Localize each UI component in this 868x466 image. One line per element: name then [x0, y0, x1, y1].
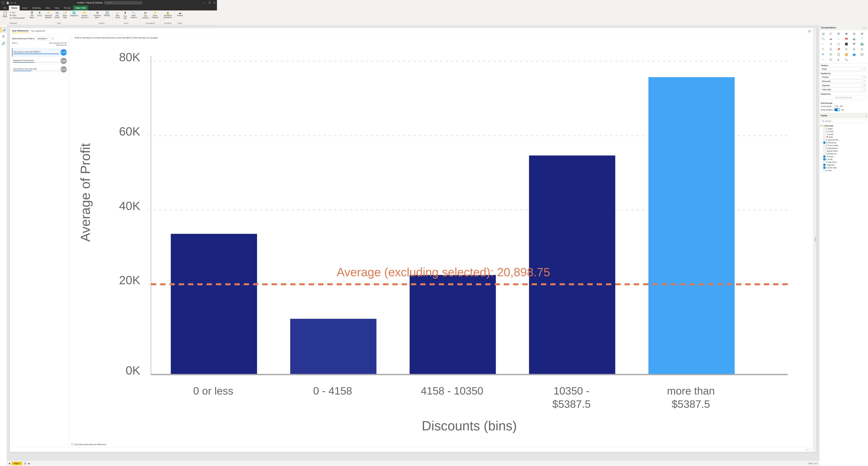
visual-card: Key influencers Top segments 💬 ⛶ What in… — [10, 28, 217, 117]
copy-icon: ⧉ — [10, 14, 11, 16]
paste-button[interactable]: 📋 Paste — [1, 11, 8, 18]
ribbon-section-share: ☁ Publish Share — [175, 11, 185, 24]
back-arrow-icon[interactable]: ← — [71, 37, 73, 40]
chart-panel: ← Profit is more likely to increase when… — [69, 35, 217, 117]
influencer-item-label-segment: Segment is Government — [13, 59, 59, 63]
cut-icon: ✂ — [10, 11, 11, 13]
close-button[interactable]: ✕ — [214, 1, 216, 4]
influencer-value-units: 20.71K — [61, 66, 67, 72]
dataverse-icon: 🌐 — [72, 11, 76, 14]
refresh-button[interactable]: 🔄 Refresh — [103, 11, 111, 17]
tab-data-drill[interactable]: Data / Drill — [73, 6, 88, 10]
title-search-input[interactable] — [104, 1, 143, 4]
nav-model[interactable]: 🔗 — [0, 40, 7, 47]
enter-data-icon: 📝 — [63, 11, 67, 14]
title-bar-center: Untitled - Power BI Desktop — [77, 1, 142, 4]
text-box-button[interactable]: T Textbox — [122, 11, 129, 20]
window-title: Untitled - Power BI Desktop — [77, 2, 102, 4]
format-painter-icon: 🖌 — [10, 17, 12, 19]
question-prefix: What influences Profit to — [12, 37, 35, 40]
tab-file[interactable]: File — [1, 6, 9, 10]
calculations-label: Calculations — [146, 22, 155, 24]
top-segments-tab[interactable]: Top segments — [31, 30, 45, 33]
svg-text:80K: 80K — [119, 51, 140, 64]
queries-label: Queries — [99, 22, 105, 24]
influencer-question: What influences Profit to Increase ▾ ? — [12, 37, 67, 40]
ribbon-tabs: File Home Insert Modeling View Help Form… — [0, 6, 217, 10]
quick-measure-icon: ⚡ — [153, 11, 157, 14]
more-visuals-button[interactable]: 📉 Morevisuals ▾ — [129, 11, 138, 19]
format-painter-button[interactable]: 🖌 Format painter — [9, 17, 26, 19]
tab-view[interactable]: View — [43, 6, 52, 10]
data-label: Data — [57, 22, 61, 24]
quick-access-redo[interactable]: ↪ — [14, 1, 16, 4]
data-content: 🗄 Getdata ▾ X Excel ⚡ Power BIdatasets 🗃… — [29, 11, 89, 22]
clipboard-label: Clipboard — [10, 22, 17, 24]
quick-access-save[interactable]: 💾 — [6, 1, 9, 4]
visual-header: Key influencers Top segments 💬 ⛶ — [10, 28, 217, 35]
avg-label: ...the average of Profit increases by — [42, 42, 67, 46]
share-content: ☁ Publish — [176, 11, 184, 22]
transform-data-button[interactable]: ⚙ Transformdata ▾ — [92, 11, 102, 19]
power-bi-datasets-button[interactable]: ⚡ Power BIdatasets — [44, 11, 53, 19]
tab-help[interactable]: Help — [52, 6, 62, 10]
ribbon-section-sensitivity: 🔒 Sensitivity(preview) ▾ Sensitivity — [161, 11, 175, 24]
influence-dropdown[interactable]: Increase ▾ — [36, 37, 51, 40]
more-visuals-icon: 📉 — [132, 11, 135, 14]
recent-sources-button[interactable]: 📁 Recentsources ▾ — [80, 11, 89, 19]
minimize-button[interactable]: — — [203, 1, 206, 4]
key-influencers-tab[interactable]: Key influencers — [12, 29, 29, 33]
copy-button[interactable]: ⧉ Copy — [9, 14, 26, 17]
sensitivity-button[interactable]: 🔒 Sensitivity(preview) ▾ — [162, 11, 173, 19]
nav-data[interactable]: ☰ — [0, 33, 7, 40]
clipboard-content: 📋 Paste ✂ Cut ⧉ Copy 🖌 Format painter — [1, 11, 26, 22]
influencer-headers: When... ...the average of Profit increas… — [12, 42, 67, 47]
nav-report[interactable]: 📊 — [0, 26, 7, 33]
enter-data-button[interactable]: 📝 Enterdata — [62, 11, 68, 19]
chart-description: Profit is more likely to increase when D… — [75, 37, 217, 39]
tab-format[interactable]: Format — [62, 6, 73, 10]
title-bar: ⬛ 💾 ↩ ↪ Untitled - Power BI Desktop — ❐ … — [0, 0, 217, 6]
maximize-button[interactable]: ❐ — [209, 1, 211, 4]
tab-modeling[interactable]: Modeling — [30, 6, 43, 10]
visual-body: What influences Profit to Increase ▾ ? W… — [10, 35, 217, 117]
influencer-item-discounts[interactable]: Discounts is more than $5387.5 51.47K — [12, 48, 67, 57]
transform-icon: ⚙ — [96, 11, 99, 14]
tab-insert[interactable]: Insert — [20, 6, 30, 10]
new-measure-button[interactable]: fx Newmeasure — [141, 11, 150, 19]
excel-button[interactable]: X Excel — [36, 11, 43, 17]
new-visual-button[interactable]: 📈 Newvisual — [114, 11, 121, 19]
quick-access-undo[interactable]: ↩ — [10, 1, 13, 4]
publish-icon: ☁ — [179, 11, 181, 14]
sensitivity-icon: 🔒 — [166, 11, 169, 14]
dataverse-button[interactable]: 🌐 Dataverse — [69, 11, 79, 17]
sensitivity-content: 🔒 Sensitivity(preview) ▾ — [162, 11, 173, 22]
publish-button[interactable]: ☁ Publish — [176, 11, 184, 17]
when-label: When... — [12, 42, 19, 46]
question-mark: ? — [52, 37, 53, 40]
share-label: Share — [178, 22, 182, 24]
quick-measure-button[interactable]: ⚡ Quickmeasure — [151, 11, 159, 19]
influencer-value-segment: 24.2K — [61, 58, 67, 64]
text-box-icon: T — [124, 11, 126, 15]
new-measure-icon: fx — [144, 11, 147, 14]
sql-icon: 🗃 — [56, 11, 59, 14]
calculations-content: fx Newmeasure ⚡ Quickmeasure — [141, 11, 160, 22]
influencers-panel: What influences Profit to Increase ▾ ? W… — [10, 35, 69, 117]
insert-label: Insert — [124, 22, 128, 24]
influencer-item-label: Discounts is more than $5387.5 — [13, 51, 59, 54]
new-visual-icon: 📈 — [116, 11, 119, 14]
influencer-item-label-units: Units Sold is more than 549 — [13, 68, 59, 71]
refresh-icon: 🔄 — [105, 11, 109, 14]
get-data-button[interactable]: 🗄 Getdata ▾ — [29, 11, 35, 19]
sensitivity-label: Sensitivity — [164, 22, 172, 24]
queries-content: ⚙ Transformdata ▾ 🔄 Refresh — [92, 11, 111, 22]
influencer-item-segment[interactable]: Segment is Government 24.2K — [12, 57, 67, 65]
paste-icon: 📋 — [3, 11, 7, 15]
left-nav: 📊 ☰ 🔗 — [0, 25, 7, 117]
influencer-item-units[interactable]: Units Sold is more than 549 20.71K — [12, 65, 67, 74]
cut-button[interactable]: ✂ Cut — [9, 11, 26, 14]
tab-home[interactable]: Home — [9, 6, 20, 10]
get-data-icon: 🗄 — [31, 11, 33, 14]
sql-server-button[interactable]: 🗃 SQLServer — [54, 11, 61, 19]
